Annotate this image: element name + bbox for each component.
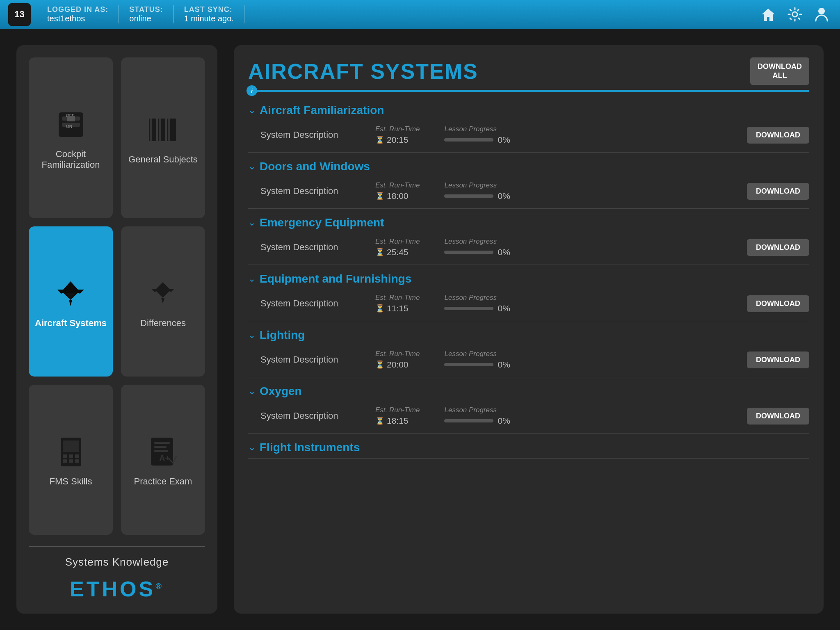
section-group: ⌄ Lighting System Description Est. Run-T…	[248, 321, 809, 377]
section-group: ⌄ Flight Instruments	[248, 434, 809, 459]
svg-rect-7	[149, 119, 156, 141]
section-row: System Description Est. Run-Time ⏳ 18:15…	[248, 402, 809, 433]
section-title: Doors and Windows	[260, 160, 370, 173]
switch-icon: OFF ON	[52, 106, 89, 143]
est-runtime-col: Est. Run-Time ⏳ 18:15	[375, 406, 420, 426]
download-button[interactable]: DOWNLOAD	[747, 239, 809, 256]
svg-rect-14	[63, 441, 79, 452]
status-value: online	[129, 14, 163, 23]
logged-in-value: test1ethos	[47, 14, 108, 23]
section-title: Lighting	[260, 329, 305, 342]
row-label: System Description	[260, 186, 375, 196]
section-row: System Description Est. Run-Time ⏳ 18:00…	[248, 177, 809, 208]
section-header[interactable]: ⌄ Aircraft Familiarization	[248, 104, 809, 117]
lesson-progress-col: Lesson Progress 0%	[444, 350, 510, 370]
col-header-runtime: Est. Run-Time	[375, 125, 420, 133]
clock-icon: ⏳	[375, 248, 384, 257]
settings-icon[interactable]	[785, 4, 805, 25]
svg-rect-18	[63, 459, 67, 463]
last-sync-value: 1 minute ago.	[184, 14, 234, 23]
row-meta: Est. Run-Time ⏳ 11:15 Lesson Progress 0%	[375, 294, 809, 313]
progress-bar-wrap: 0%	[444, 247, 510, 257]
progress-bar	[444, 194, 493, 198]
menu-item-exam[interactable]: A+ Practice Exam	[121, 385, 205, 535]
row-meta: Est. Run-Time ⏳ 25:45 Lesson Progress 0%	[375, 237, 809, 257]
books-icon	[145, 112, 182, 148]
svg-rect-8	[150, 119, 152, 141]
menu-item-fms[interactable]: FMS Skills	[29, 385, 113, 535]
section-row: System Description Est. Run-Time ⏳ 11:15…	[248, 290, 809, 321]
menu-item-fms-label: FMS Skills	[50, 476, 92, 487]
clock-icon: ⏳	[375, 360, 384, 369]
svg-text:ON: ON	[66, 124, 72, 129]
section-header[interactable]: ⌄ Lighting	[248, 329, 809, 342]
menu-item-differences-label: Differences	[140, 318, 186, 329]
row-label: System Description	[260, 411, 375, 421]
progress-bar	[444, 419, 493, 422]
download-button[interactable]: DOWNLOAD	[747, 352, 809, 368]
chevron-icon: ⌄	[248, 442, 256, 453]
col-header-runtime: Est. Run-Time	[375, 406, 420, 414]
section-header[interactable]: ⌄ Flight Instruments	[248, 441, 809, 454]
progress-bar-wrap: 0%	[444, 416, 510, 426]
home-icon[interactable]	[758, 4, 778, 25]
lesson-progress-col: Lesson Progress 0%	[444, 406, 510, 426]
clock-icon: ⏳	[375, 135, 384, 144]
top-bar-icons	[758, 4, 832, 25]
col-header-progress: Lesson Progress	[444, 237, 497, 246]
runtime-value: ⏳ 20:15	[375, 135, 409, 145]
lesson-progress-col: Lesson Progress 0%	[444, 125, 510, 145]
section-header[interactable]: ⌄ Doors and Windows	[248, 160, 809, 173]
progress-pct: 0%	[498, 304, 510, 313]
download-button[interactable]: DOWNLOAD	[747, 183, 809, 200]
svg-rect-24	[154, 450, 168, 452]
progress-pct: 0%	[498, 416, 510, 426]
runtime-value: ⏳ 11:15	[375, 304, 409, 313]
chevron-icon: ⌄	[248, 105, 256, 116]
status-section: STATUS: online	[119, 5, 173, 23]
row-meta: Est. Run-Time ⏳ 20:00 Lesson Progress 0%	[375, 350, 809, 370]
last-sync-section: LAST SYNC: 1 minute ago.	[174, 5, 244, 23]
row-meta: Est. Run-Time ⏳ 18:15 Lesson Progress 0%	[375, 406, 809, 426]
download-button[interactable]: DOWNLOAD	[747, 408, 809, 425]
menu-item-general[interactable]: General Subjects	[121, 57, 205, 218]
est-runtime-col: Est. Run-Time ⏳ 20:15	[375, 125, 420, 145]
col-header-progress: Lesson Progress	[444, 181, 497, 189]
svg-rect-19	[69, 459, 73, 463]
col-header-progress: Lesson Progress	[444, 125, 497, 133]
col-header-runtime: Est. Run-Time	[375, 294, 420, 302]
fms-icon	[52, 434, 89, 470]
aircraft-icon	[52, 275, 89, 312]
section-header[interactable]: ⌄ Emergency Equipment	[248, 216, 809, 229]
download-button[interactable]: DOWNLOAD	[747, 295, 809, 312]
clock-icon: ⏳	[375, 416, 384, 425]
chevron-icon: ⌄	[248, 217, 256, 228]
left-divider	[29, 546, 205, 547]
clock-icon: ⏳	[375, 192, 384, 201]
menu-item-aircraft[interactable]: Aircraft Systems	[29, 226, 113, 377]
logged-in-section: LOGGED IN AS: test1ethos	[37, 5, 119, 23]
profile-icon[interactable]	[811, 4, 832, 25]
est-runtime-col: Est. Run-Time ⏳ 20:00	[375, 350, 420, 370]
sections-list: ⌄ Aircraft Familiarization System Descri…	[248, 96, 809, 601]
runtime-value: ⏳ 20:00	[375, 360, 409, 370]
svg-rect-23	[154, 446, 167, 448]
svg-rect-9	[158, 119, 165, 141]
progress-bar	[444, 251, 493, 254]
section-header[interactable]: ⌄ Equipment and Furnishings	[248, 272, 809, 285]
progress-pct: 0%	[498, 247, 510, 257]
menu-item-cockpit[interactable]: OFF ON CockpitFamiliarization	[29, 57, 113, 218]
main-layout: OFF ON CockpitFamiliarization	[0, 29, 840, 630]
progress-pct: 0%	[498, 360, 510, 370]
section-title: Oxygen	[260, 385, 302, 398]
progress-bar-wrap: 0%	[444, 360, 510, 370]
systems-knowledge-label: Systems Knowledge	[29, 556, 205, 568]
svg-rect-6	[67, 116, 75, 121]
menu-item-differences[interactable]: Differences	[121, 226, 205, 377]
section-title: Equipment and Furnishings	[260, 272, 411, 285]
download-all-button[interactable]: DOWNLOADALL	[750, 57, 809, 85]
progress-bar	[444, 138, 493, 142]
panel-title: AIRCRAFT SYSTEMS	[248, 59, 478, 84]
section-header[interactable]: ⌄ Oxygen	[248, 385, 809, 398]
download-button[interactable]: DOWNLOAD	[747, 127, 809, 144]
